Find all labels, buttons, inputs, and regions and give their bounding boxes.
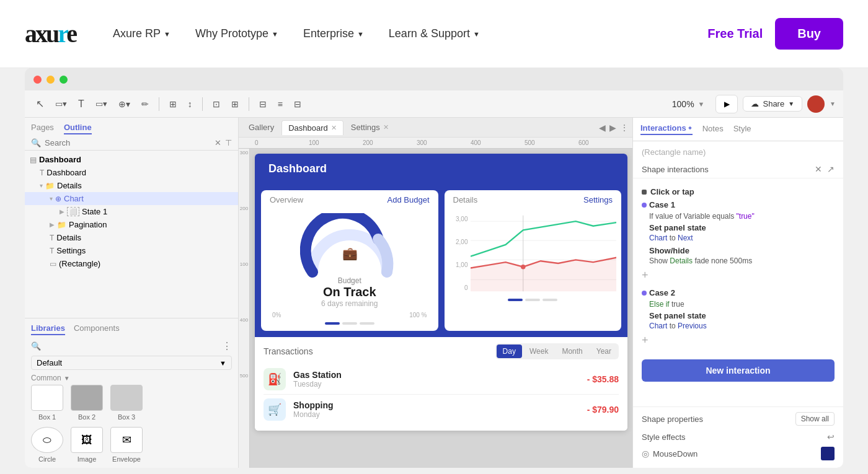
canvas-tab-gallery[interactable]: Gallery <box>242 120 280 134</box>
outline-collapse-button[interactable]: ✕ <box>215 138 221 147</box>
tab-pages[interactable]: Pages <box>31 123 54 134</box>
add-action-1[interactable]: + <box>642 268 835 283</box>
component-tool-button[interactable]: ⊞ <box>166 97 180 112</box>
component-circle[interactable]: ⬭ Circle <box>31 427 63 463</box>
filter-tool-button[interactable]: ↕ <box>184 97 196 112</box>
add-action-2[interactable]: + <box>642 333 835 348</box>
tab-components[interactable]: Components <box>74 323 120 335</box>
state-chevron-icon: ▶ <box>60 208 64 215</box>
tree-item-pagination[interactable]: ▶ 📁 Pagination <box>25 218 238 231</box>
component-box-3[interactable]: Box 3 <box>110 385 143 421</box>
case-2-condition-value: true <box>671 300 684 309</box>
details-chart-area: 3,00 2,00 1,00 0 <box>445 209 622 307</box>
tab-libraries[interactable]: Libraries <box>31 323 65 335</box>
details-dot-1 <box>508 299 523 301</box>
main-layout: Pages Outline 🔍 ✕ ⊤ ▤ Dashboard <box>25 118 843 468</box>
outline-search-input[interactable] <box>45 138 211 147</box>
pagination-folder-icon: 📁 <box>57 221 66 229</box>
tab-menu-icon[interactable]: ⋮ <box>620 123 629 133</box>
free-trial-button[interactable]: Free Trial <box>707 27 763 41</box>
canvas-tab-settings[interactable]: Settings ✕ <box>345 120 395 134</box>
mousedown-color[interactable] <box>821 447 835 460</box>
traffic-light-red[interactable] <box>33 76 42 84</box>
rp-tab-style[interactable]: Style <box>733 124 751 134</box>
outline-filter-button[interactable]: ⊤ <box>225 138 232 147</box>
align-left-button[interactable]: ⊟ <box>255 97 270 112</box>
nav-right: Free Trial Buy <box>707 18 843 50</box>
new-interaction-button[interactable]: New interaction <box>642 359 835 382</box>
tree-item-details-child[interactable]: T Details <box>25 231 238 244</box>
tree-item-rectangle[interactable]: ▭ (Rectangle) <box>25 257 238 270</box>
tree-item-settings[interactable]: T Settings <box>25 244 238 257</box>
share-button[interactable]: ☁ Share ▼ <box>743 96 802 112</box>
tx-tabs: Day Week Month Year <box>495 343 619 359</box>
details-text-icon: T <box>50 234 54 242</box>
show-all-button[interactable]: Show all <box>795 412 835 426</box>
buy-button[interactable]: Buy <box>775 18 843 50</box>
pen-tool-button[interactable]: ✏ <box>138 97 153 112</box>
mousedown-circle-icon: ◎ <box>642 449 649 459</box>
traffic-light-yellow[interactable] <box>46 76 55 84</box>
component-image[interactable]: 🖼 Image <box>71 427 103 463</box>
libs-search-input[interactable] <box>45 341 218 351</box>
settings-action-button[interactable]: Settings <box>583 195 613 204</box>
grid-tool-button[interactable]: ⊞ <box>228 97 242 112</box>
si-external-button[interactable]: ↗ <box>827 164 835 174</box>
shape-tool-button[interactable]: ▭▾ <box>92 97 111 111</box>
case-2-condition: Else if true <box>649 300 835 309</box>
component-box-2[interactable]: Box 2 <box>71 385 103 421</box>
canvas-ruler-v: 300 200 100 400 500 <box>239 149 250 468</box>
settings-text-icon: T <box>50 247 54 255</box>
canvas-tab-nav: ◀ ▶ ⋮ <box>599 123 629 133</box>
canvas-tab-dashboard[interactable]: Dashboard ✕ <box>281 120 343 135</box>
case-2-header: Case 2 <box>642 288 835 297</box>
dashboard-tab-close-icon[interactable]: ✕ <box>331 124 337 132</box>
tx-tab-year[interactable]: Year <box>590 345 618 358</box>
si-close-button[interactable]: ✕ <box>815 164 822 174</box>
case-2-dot-icon <box>642 291 647 296</box>
align-right-button[interactable]: ⊟ <box>290 97 305 112</box>
rp-tab-interactions[interactable]: Interactions ✦ <box>640 123 693 135</box>
text-tool-button[interactable]: T <box>74 96 88 112</box>
chart-svg-container <box>471 213 617 296</box>
ruler-mark-600: 600 <box>578 139 632 146</box>
component-box-1[interactable]: Box 1 <box>31 385 63 421</box>
nav-enterprise[interactable]: Enterprise ▼ <box>303 27 364 40</box>
interactions-body: Click or tap Case 1 If value of Variable… <box>633 178 843 406</box>
action-detail-2: Chart to Previous <box>649 322 835 330</box>
tab-forward-icon[interactable]: ▶ <box>609 123 616 133</box>
tab-outline[interactable]: Outline <box>64 123 92 134</box>
tree-item-state1[interactable]: ▶ ⬜ State 1 <box>25 205 238 218</box>
tx-amount-shopping: - $79.90 <box>587 405 619 415</box>
rectangle-tool-button[interactable]: ▭▾ <box>51 97 71 111</box>
libs-more-button[interactable]: ⋮ <box>222 340 232 352</box>
nav-axure-rp[interactable]: Axure RP ▼ <box>113 27 170 40</box>
nav-learn-support[interactable]: Learn & Support ▼ <box>389 27 480 40</box>
play-button[interactable]: ▶ <box>715 95 738 113</box>
overview-title: Overview <box>270 195 303 204</box>
add-budget-button[interactable]: Add Budget <box>388 195 430 204</box>
select-tool-button[interactable]: ↖ <box>32 95 48 112</box>
tree-item-details[interactable]: ▾ 📁 Details <box>25 179 238 192</box>
tree-item-chart[interactable]: ▾ ⊕ Chart <box>25 192 238 205</box>
tx-tab-week[interactable]: Week <box>523 345 554 358</box>
tx-tab-month[interactable]: Month <box>556 345 588 358</box>
align-center-button[interactable]: ≡ <box>274 97 286 112</box>
nav-why-prototype[interactable]: Why Prototype ▼ <box>195 27 278 40</box>
avatar[interactable] <box>807 95 825 113</box>
libs-dropdown[interactable]: Default ▼ <box>31 356 232 370</box>
traffic-light-green[interactable] <box>60 76 68 84</box>
tx-tab-day[interactable]: Day <box>497 345 522 358</box>
rp-tab-notes[interactable]: Notes <box>702 124 724 134</box>
fit-tool-button[interactable]: ⊡ <box>209 97 224 112</box>
tree-item-dashboard-root[interactable]: ▤ Dashboard <box>25 153 238 166</box>
canvas-ruler-h: 0 100 200 300 400 500 600 <box>239 138 632 149</box>
common-label[interactable]: Common ▼ <box>31 374 232 382</box>
tree-item-dashboard[interactable]: T Dashboard <box>25 166 238 179</box>
tab-back-icon[interactable]: ◀ <box>599 123 606 133</box>
settings-tab-close-icon[interactable]: ✕ <box>383 123 389 131</box>
layer-tool-button[interactable]: ⊕▾ <box>115 97 134 112</box>
component-envelope[interactable]: ✉ Envelope <box>110 427 143 463</box>
ruler-v-mark-500: 500 <box>239 372 249 428</box>
style-effects-row: Style effects ↩ <box>642 429 835 444</box>
